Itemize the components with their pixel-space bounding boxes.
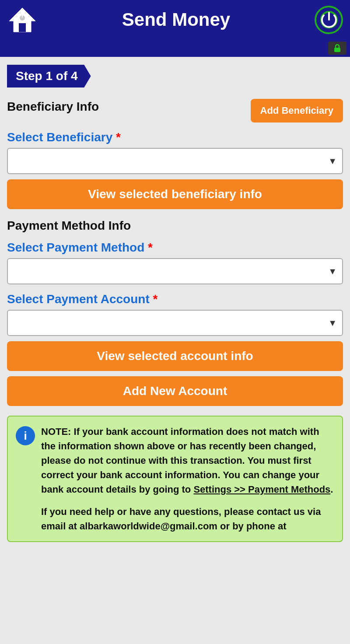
info-icon: i (16, 426, 35, 445)
step-badge: Step 1 of 4 (7, 65, 91, 88)
payment-account-dropdown[interactable] (7, 310, 343, 336)
view-beneficiary-button[interactable]: View selected beneficiary info (7, 179, 343, 209)
view-account-button[interactable]: View selected account info (7, 341, 343, 371)
settings-payment-methods-link[interactable]: Settings >> Payment Methods (193, 484, 330, 495)
beneficiary-section: Beneficiary Info Add Beneficiary (7, 100, 343, 122)
select-payment-method-label: Select Payment Method * (7, 241, 343, 255)
power-icon[interactable] (315, 6, 343, 34)
step-container: Step 1 of 4 (0, 57, 350, 94)
payment-method-required-marker: * (148, 241, 153, 254)
payment-account-required-marker: * (153, 292, 158, 306)
beneficiary-required-marker: * (116, 130, 121, 144)
add-beneficiary-button[interactable]: Add Beneficiary (251, 99, 343, 122)
select-payment-account-label: Select Payment Account * (7, 292, 343, 306)
select-beneficiary-label: Select Beneficiary * (7, 130, 343, 144)
payment-method-section: Payment Method Info Select Payment Metho… (7, 219, 343, 406)
add-new-account-button[interactable]: Add New Account (7, 376, 343, 406)
svg-rect-1 (19, 23, 26, 32)
note-content: NOTE: If your bank account information d… (41, 424, 334, 533)
sub-header (0, 39, 350, 57)
home-icon[interactable] (7, 6, 38, 34)
lock-badge (328, 42, 346, 55)
app-header: Send Money (0, 0, 350, 39)
payment-method-section-title: Payment Method Info (7, 219, 343, 233)
beneficiary-dropdown[interactable] (7, 148, 343, 174)
payment-method-dropdown[interactable] (7, 258, 343, 284)
main-content: Beneficiary Info Add Beneficiary Select … (0, 94, 350, 551)
page-title: Send Money (38, 9, 315, 30)
payment-account-dropdown-wrapper: ▼ (7, 310, 343, 336)
note-period: . (330, 484, 333, 495)
note-box: i NOTE: If your bank account information… (7, 416, 343, 542)
payment-method-dropdown-wrapper: ▼ (7, 258, 343, 284)
svg-rect-6 (334, 48, 340, 52)
beneficiary-dropdown-wrapper: ▼ (7, 148, 343, 174)
note-second-paragraph: If you need help or have any questions, … (41, 504, 334, 533)
